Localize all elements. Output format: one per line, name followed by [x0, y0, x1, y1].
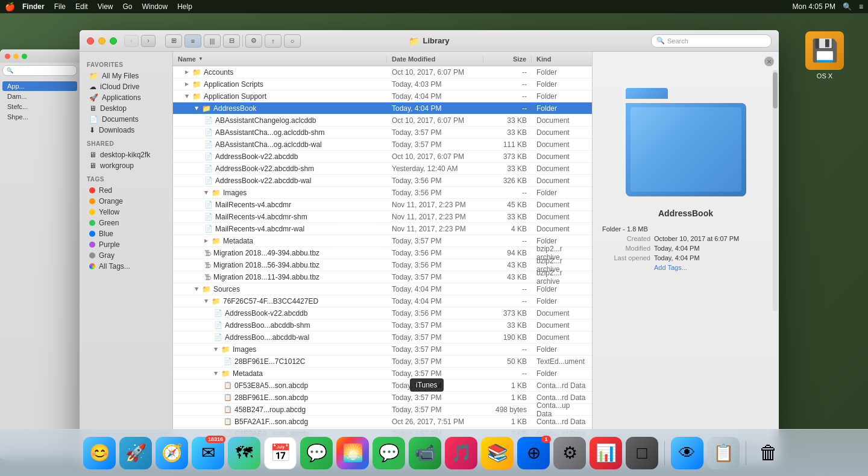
- osx-volume-icon[interactable]: 💾 OS X: [805, 31, 844, 80]
- dock-item-notification[interactable]: 📋: [707, 437, 740, 469]
- sidebar-item-workgroup[interactable]: 🖥 workgroup: [82, 160, 170, 171]
- sidebar-item-documents[interactable]: 📄 Documents: [82, 114, 170, 125]
- menubar-notification-icon[interactable]: ≡: [859, 2, 863, 11]
- table-row[interactable]: 📄 AddressBoo....abcddb-wal Today, 3:57 P…: [173, 331, 592, 343]
- expand-triangle[interactable]: ▶: [213, 348, 219, 351]
- table-row[interactable]: 📋 B5FA2A1F...son.abcdg Oct 26, 2017, 7:5…: [173, 416, 592, 428]
- share-button[interactable]: ↑: [265, 34, 281, 48]
- dock-item-finder[interactable]: 😊: [83, 437, 116, 469]
- expand-triangle[interactable]: ▶: [194, 287, 200, 291]
- dock-item-facetime[interactable]: 📹: [409, 437, 441, 469]
- expand-triangle[interactable]: ▶: [185, 81, 189, 87]
- table-row[interactable]: 📄 28BF961E...7C1012C Today, 3:57 PM 50 K…: [173, 355, 592, 368]
- table-row[interactable]: 📄 AddressBoo...abcddb-shm Today, 3:57 PM…: [173, 319, 592, 331]
- search-box[interactable]: 🔍 Search: [651, 34, 772, 48]
- table-row[interactable]: 📄 MailRecents-v4.abcdmr Nov 11, 2017, 2:…: [173, 199, 592, 211]
- apple-menu[interactable]: 🍎: [5, 2, 15, 11]
- table-row[interactable]: 📄 AddressBook-v22.abcddb-shm Yesterday, …: [173, 163, 592, 175]
- column-view-button[interactable]: |||: [204, 34, 221, 48]
- table-row[interactable]: ▶ 📁 Sources Today, 4:04 PM -- Folder: [173, 283, 592, 295]
- menubar-view[interactable]: View: [98, 2, 113, 11]
- table-row[interactable]: ▶ 📁 76F26C57-4F...B3CC4427ED Today, 4:04…: [173, 295, 592, 307]
- preview-scrollbar[interactable]: [773, 70, 778, 311]
- table-row[interactable]: 📄 MailRecents-v4.abcdmr-shm Nov 11, 2017…: [173, 211, 592, 223]
- small-search-box[interactable]: 🔍: [2, 65, 77, 76]
- small-traffic-green[interactable]: [22, 54, 27, 59]
- close-button[interactable]: [87, 37, 94, 45]
- action-button[interactable]: ⚙: [245, 34, 262, 48]
- sidebar-tag-blue[interactable]: Blue: [82, 228, 170, 239]
- table-row[interactable]: ▶ 📁 Accounts Oct 10, 2017, 6:07 PM -- Fo…: [173, 66, 592, 78]
- small-finder-item-stefc[interactable]: Stefc...: [2, 102, 77, 111]
- sidebar-tag-orange[interactable]: Orange: [82, 196, 170, 207]
- header-kind[interactable]: Kind: [532, 55, 592, 63]
- sidebar-item-downloads[interactable]: ⬇ Downloads: [82, 125, 170, 136]
- menubar-go[interactable]: Go: [123, 2, 133, 11]
- table-row[interactable]: 📋 458B247...roup.abcdg Today, 3:57 PM 49…: [173, 404, 592, 416]
- table-row[interactable]: ▶ 📁 AddressBook Today, 4:04 PM -- Folder: [173, 102, 592, 114]
- menubar-finder[interactable]: Finder: [22, 2, 45, 11]
- expand-triangle[interactable]: ▶: [213, 372, 219, 375]
- table-row[interactable]: 🗜 Migration 2018...49-394.abbu.tbz Today…: [173, 247, 592, 259]
- table-row[interactable]: 📄 ABAssistantCha...og.aclcddb-wal Today,…: [173, 139, 592, 151]
- table-row[interactable]: 📄 ABAssistantChangelog.aclcddb Oct 10, 2…: [173, 114, 592, 127]
- dock-item-photos[interactable]: 🌅: [336, 437, 369, 469]
- dock-item-appstore[interactable]: ⊕ 1: [517, 437, 550, 469]
- menubar-edit[interactable]: Edit: [75, 2, 88, 11]
- table-row[interactable]: ▶ 📁 Application Scripts Today, 4:03 PM -…: [173, 78, 592, 90]
- table-row[interactable]: ▶ 📁 Metadata Today, 3:57 PM -- Folder: [173, 368, 592, 380]
- sidebar-tag-red[interactable]: Red: [82, 185, 170, 196]
- table-row[interactable]: ▶ 📁 Metadata Today, 3:57 PM -- Folder: [173, 235, 592, 247]
- dock-item-itunes[interactable]: 🎵: [445, 437, 477, 469]
- dock-item-vmware[interactable]: □: [626, 437, 658, 469]
- table-row[interactable]: 📋 28BF961E...son.abcdp Today, 3:57 PM 1 …: [173, 392, 592, 404]
- small-traffic-red[interactable]: [5, 54, 10, 59]
- dock-item-messages[interactable]: 💬: [300, 437, 333, 469]
- dock-item-calendar[interactable]: 📅: [264, 437, 297, 469]
- preview-close-button[interactable]: ✕: [764, 57, 774, 66]
- expand-triangle[interactable]: ▶: [204, 299, 209, 303]
- list-view-button[interactable]: ≡: [184, 34, 201, 48]
- small-finder-item-selected[interactable]: App...: [2, 81, 77, 91]
- dock-item-preview[interactable]: 👁: [671, 437, 703, 469]
- table-row[interactable]: ▶ 📁 Application Support Today, 4:04 PM -…: [173, 90, 592, 102]
- sidebar-item-desktop[interactable]: 🖥 Desktop: [82, 103, 170, 114]
- table-row[interactable]: 📄 AddressBook-v22.abcddb Today, 3:56 PM …: [173, 307, 592, 319]
- sidebar-item-icloud[interactable]: ☁ iCloud Drive: [82, 81, 170, 92]
- dock-item-activity-monitor[interactable]: 📊: [590, 437, 622, 469]
- add-tags-link[interactable]: Add Tags...: [654, 264, 687, 271]
- dock-item-trash[interactable]: 🗑: [752, 437, 785, 469]
- table-row[interactable]: ▶ 📁 Images Today, 3:56 PM -- Folder: [173, 187, 592, 199]
- sidebar-item-applications[interactable]: 🚀 Applications: [82, 92, 170, 103]
- minimize-button[interactable]: [98, 37, 105, 45]
- sidebar-tag-purple[interactable]: Purple: [82, 239, 170, 250]
- table-row[interactable]: 📄 ABAssistantCha...og.aclcddb-shm Today,…: [173, 127, 592, 139]
- table-row[interactable]: ▶ 📁 Images Today, 3:57 PM -- Folder: [173, 343, 592, 355]
- dock-item-safari[interactable]: 🧭: [156, 437, 188, 469]
- expand-triangle[interactable]: ▶: [204, 191, 209, 195]
- sidebar-all-tags[interactable]: All Tags...: [82, 261, 170, 272]
- table-row[interactable]: 📋 0F53E8A5...son.abcdp Today, 3:57 PM 1 …: [173, 380, 592, 392]
- small-finder-item-shpe[interactable]: Shpe...: [2, 112, 77, 122]
- forward-button[interactable]: ›: [141, 35, 156, 47]
- icon-view-button[interactable]: ⊞: [165, 34, 182, 48]
- menubar-search-icon[interactable]: 🔍: [843, 2, 852, 11]
- dock-item-system-prefs[interactable]: ⚙: [553, 437, 586, 469]
- table-row[interactable]: 📄 AddressBook-v22.abcddb Oct 10, 2017, 6…: [173, 151, 592, 163]
- dock-item-mail[interactable]: ✉ 18316: [192, 437, 224, 469]
- header-modified[interactable]: Date Modified: [387, 55, 483, 63]
- table-row[interactable]: 📄 AddressBook-v22.abcddb-wal Today, 3:56…: [173, 175, 592, 187]
- dock-item-ibooks[interactable]: 📚: [481, 437, 514, 469]
- dock-item-imessage[interactable]: 💬: [373, 437, 405, 469]
- menubar-file[interactable]: File: [54, 2, 66, 11]
- cover-flow-button[interactable]: ⊟: [223, 34, 240, 48]
- menubar-window[interactable]: Window: [142, 2, 168, 11]
- fullscreen-button[interactable]: [110, 37, 117, 45]
- dock-item-maps[interactable]: 🗺: [228, 437, 260, 469]
- expand-triangle[interactable]: ▶: [185, 69, 189, 75]
- expand-triangle[interactable]: ▶: [194, 107, 200, 110]
- table-row[interactable]: 🗜 Migration 2018...56-394.abbu.tbz Today…: [173, 259, 592, 271]
- dock-item-launchpad[interactable]: 🚀: [119, 437, 152, 469]
- sidebar-tag-green[interactable]: Green: [82, 218, 170, 228]
- header-name[interactable]: Name ▼: [173, 55, 387, 63]
